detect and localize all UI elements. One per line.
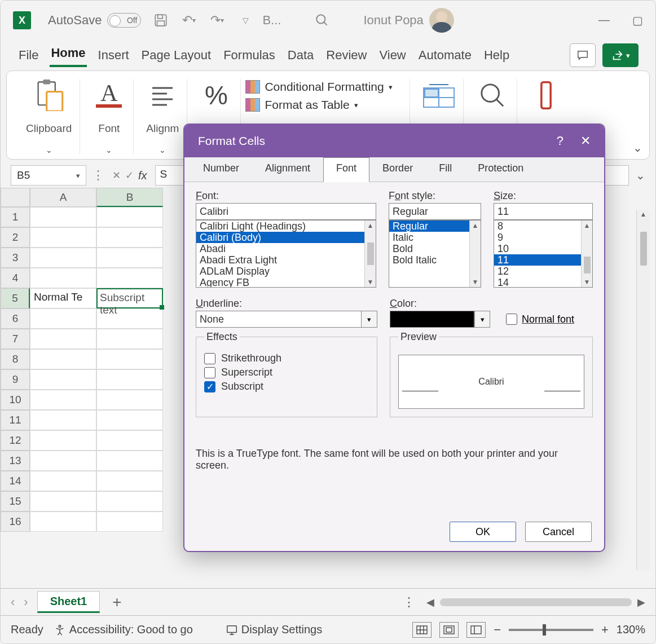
superscript-checkbox[interactable]: Superscript bbox=[204, 367, 369, 378]
row-header[interactable]: 13 bbox=[1, 451, 30, 471]
ok-button[interactable]: OK bbox=[450, 522, 516, 542]
add-sheet-button[interactable]: + bbox=[112, 593, 121, 611]
undo-icon[interactable]: ↶▾ bbox=[180, 12, 197, 29]
comments-button[interactable] bbox=[570, 43, 596, 67]
ribbon-group-font[interactable]: A Font ⌄ bbox=[85, 79, 134, 155]
cancel-button[interactable]: Cancel bbox=[525, 522, 592, 542]
chevron-down-icon[interactable]: ⌄ bbox=[105, 145, 112, 155]
tab-automate[interactable]: Automate bbox=[417, 46, 473, 67]
tab-alignment[interactable]: Alignment bbox=[252, 157, 323, 182]
normal-font-checkbox[interactable]: Normal font bbox=[506, 314, 574, 325]
format-as-table-button[interactable]: Format as Table ▾ bbox=[245, 98, 392, 112]
fx-icon[interactable]: fx bbox=[138, 169, 147, 182]
cell[interactable] bbox=[30, 491, 96, 511]
tab-help[interactable]: Help bbox=[483, 46, 510, 67]
cell[interactable] bbox=[96, 349, 163, 369]
tab-fill[interactable]: Fill bbox=[426, 157, 465, 182]
font-list-scrollbar[interactable]: ▲▼ bbox=[364, 220, 376, 287]
cell[interactable] bbox=[96, 410, 163, 430]
cell[interactable] bbox=[30, 227, 96, 248]
sheet-nav-prev-icon[interactable]: ‹ bbox=[11, 595, 15, 610]
zoom-out-button[interactable]: − bbox=[494, 623, 501, 637]
chevron-down-icon[interactable]: ⌄ bbox=[46, 145, 52, 155]
user-name-label[interactable]: Ionut Popa bbox=[363, 13, 423, 28]
save-icon[interactable] bbox=[152, 12, 169, 29]
tab-insert[interactable]: Insert bbox=[97, 46, 130, 67]
cell[interactable] bbox=[96, 227, 163, 248]
cell[interactable] bbox=[30, 430, 96, 451]
row-header[interactable]: 10 bbox=[1, 390, 30, 410]
row-header[interactable]: 12 bbox=[1, 430, 30, 451]
cell[interactable] bbox=[96, 329, 163, 349]
zoom-slider[interactable] bbox=[509, 629, 593, 631]
tab-protection[interactable]: Protection bbox=[465, 157, 536, 182]
horizontal-scrollbar[interactable] bbox=[440, 598, 632, 606]
cell[interactable] bbox=[30, 511, 96, 532]
tab-home[interactable]: Home bbox=[50, 43, 86, 67]
vertical-scrollbar[interactable]: ▲ bbox=[636, 210, 650, 570]
tab-review[interactable]: Review bbox=[325, 46, 368, 67]
document-name[interactable]: B... bbox=[262, 13, 281, 28]
cell[interactable] bbox=[30, 471, 96, 491]
help-button[interactable]: ? bbox=[557, 134, 563, 148]
cancel-formula-icon[interactable]: ✕ bbox=[112, 169, 121, 182]
row-header[interactable]: 4 bbox=[1, 268, 30, 288]
style-list-scrollbar[interactable]: ▲▼ bbox=[469, 220, 481, 287]
sheet-tab[interactable]: Sheet1 bbox=[37, 591, 100, 613]
close-icon[interactable]: ✕ bbox=[580, 134, 591, 148]
row-header[interactable]: 8 bbox=[1, 349, 30, 369]
size-list[interactable]: 8 9 10 11 12 14 ▲▼ bbox=[494, 220, 593, 288]
row-header[interactable]: 16 bbox=[1, 511, 30, 532]
cell[interactable] bbox=[96, 390, 163, 410]
strikethrough-checkbox[interactable]: Strikethrough bbox=[204, 352, 369, 364]
font-style-input[interactable] bbox=[389, 203, 481, 220]
zoom-in-button[interactable]: + bbox=[601, 623, 609, 637]
chevron-down-icon[interactable]: ▾ bbox=[362, 311, 377, 328]
row-header[interactable]: 15 bbox=[1, 491, 30, 511]
cell[interactable] bbox=[30, 308, 96, 329]
formula-expand-icon[interactable]: ⌄ bbox=[636, 169, 645, 182]
cell-b5[interactable]: Subscript text bbox=[96, 288, 163, 308]
accessibility-status[interactable]: Accessibility: Good to go bbox=[54, 623, 193, 636]
minimize-button[interactable]: — bbox=[598, 14, 610, 27]
subscript-checkbox[interactable]: ✓Subscript bbox=[204, 381, 369, 392]
cell[interactable] bbox=[96, 207, 163, 227]
redo-icon[interactable]: ↷▾ bbox=[209, 12, 226, 29]
chevron-down-icon[interactable]: ⌄ bbox=[159, 145, 166, 155]
ribbon-group-alignment[interactable]: Alignm ⌄ bbox=[138, 79, 187, 155]
color-swatch[interactable] bbox=[390, 311, 474, 328]
row-header[interactable]: 1 bbox=[1, 207, 30, 227]
cell[interactable] bbox=[96, 451, 163, 471]
row-header[interactable]: 14 bbox=[1, 471, 30, 491]
cell-a5[interactable]: Normal Te bbox=[30, 288, 96, 308]
hscroll-right-icon[interactable]: ▶ bbox=[637, 596, 645, 608]
normal-view-button[interactable] bbox=[412, 622, 432, 638]
autosave-toggle[interactable]: Off bbox=[107, 13, 141, 28]
hscroll-left-icon[interactable]: ◀ bbox=[426, 596, 434, 608]
enter-formula-icon[interactable]: ✓ bbox=[125, 169, 134, 182]
row-header[interactable]: 9 bbox=[1, 369, 30, 390]
row-header[interactable]: 6 bbox=[1, 308, 30, 329]
cell[interactable] bbox=[30, 207, 96, 227]
select-all-corner[interactable] bbox=[1, 188, 30, 207]
column-header-a[interactable]: A bbox=[30, 188, 96, 207]
ribbon-group-clipboard[interactable]: Clipboard ⌄ bbox=[18, 79, 80, 155]
tab-font[interactable]: Font bbox=[323, 157, 369, 182]
row-header[interactable]: 3 bbox=[1, 248, 30, 268]
chevron-down-icon[interactable]: ▾ bbox=[474, 311, 490, 328]
user-avatar[interactable] bbox=[429, 8, 454, 33]
row-header[interactable]: 11 bbox=[1, 410, 30, 430]
tab-border[interactable]: Border bbox=[369, 157, 426, 182]
share-button[interactable]: ▾ bbox=[602, 43, 639, 67]
size-input[interactable] bbox=[494, 203, 593, 220]
cell[interactable] bbox=[30, 410, 96, 430]
search-icon[interactable] bbox=[315, 13, 329, 28]
tab-file[interactable]: File bbox=[17, 46, 39, 67]
maximize-button[interactable]: ▢ bbox=[632, 14, 643, 27]
underline-combo[interactable] bbox=[196, 311, 362, 328]
display-settings-button[interactable]: Display Settings bbox=[226, 623, 322, 636]
tab-page-layout[interactable]: Page Layout bbox=[140, 46, 213, 67]
cell[interactable] bbox=[30, 390, 96, 410]
conditional-formatting-button[interactable]: Conditional Formatting ▾ bbox=[245, 80, 392, 94]
zoom-level[interactable]: 130% bbox=[617, 623, 645, 636]
